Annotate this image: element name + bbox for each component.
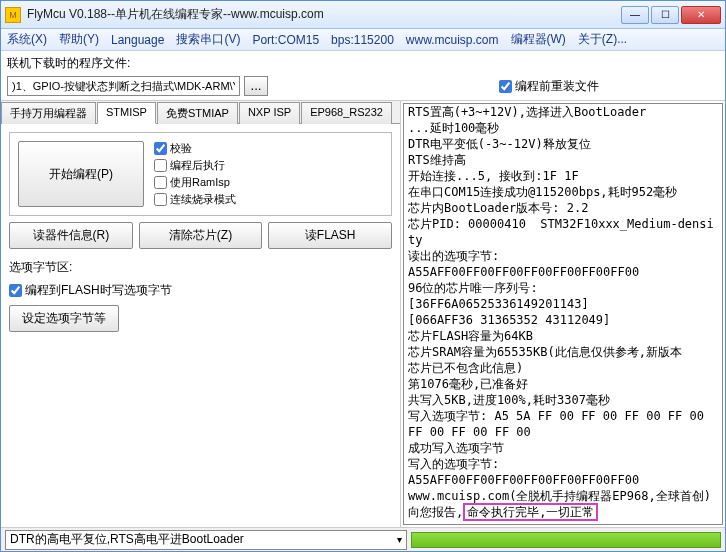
- log-line: 芯片已不包含此信息): [408, 360, 718, 376]
- log-line: ...延时100毫秒: [408, 120, 718, 136]
- log-line: 写入的选项字节:: [408, 456, 718, 472]
- tab-stmisp[interactable]: STMISP: [97, 102, 156, 124]
- write-option-label: 编程到FLASH时写选项字节: [25, 282, 172, 299]
- log-line: DTR电平变低(-3~-12V)释放复位: [408, 136, 718, 152]
- log-line: 共写入5KB,进度100%,耗时3307毫秒: [408, 392, 718, 408]
- log-line: 成功写入选项字节: [408, 440, 718, 456]
- menu-about[interactable]: 关于(Z)...: [578, 31, 627, 48]
- reset-mode-combo[interactable]: DTR的高电平复位,RTS高电平进BootLoader: [5, 530, 407, 550]
- reload-checkbox[interactable]: [499, 80, 512, 93]
- log-line: 第1076毫秒,已准备好: [408, 376, 718, 392]
- cont-mode-checkbox[interactable]: [154, 193, 167, 206]
- log-line: [066AFF36 31365352 43112049]: [408, 312, 718, 328]
- log-line: A55AFF00FF00FF00FF00FF00FF00FF00: [408, 472, 718, 488]
- log-output[interactable]: RTS置高(+3~+12V),选择进入BootLoader...延时100毫秒D…: [403, 103, 723, 525]
- reload-label: 编程前重装文件: [515, 78, 599, 95]
- menu-search-port[interactable]: 搜索串口(V): [176, 31, 240, 48]
- tab-strip: 手持万用编程器 STMISP 免费STMIAP NXP ISP EP968_RS…: [1, 101, 400, 124]
- log-line: 在串口COM15连接成功@115200bps,耗时952毫秒: [408, 184, 718, 200]
- log-line: 96位的芯片唯一序列号:: [408, 280, 718, 296]
- log-line: 芯片FLASH容量为64KB: [408, 328, 718, 344]
- device-info-button[interactable]: 读器件信息(R): [9, 222, 133, 249]
- log-line: 芯片内BootLoader版本号: 2.2: [408, 200, 718, 216]
- verify-label: 校验: [170, 141, 192, 156]
- menu-bps[interactable]: bps:115200: [331, 33, 394, 47]
- menu-programmer[interactable]: 编程器(W): [511, 31, 566, 48]
- erase-chip-button[interactable]: 清除芯片(Z): [139, 222, 263, 249]
- minimize-button[interactable]: —: [621, 6, 649, 24]
- tab-stmiap[interactable]: 免费STMIAP: [157, 102, 238, 124]
- log-line: 芯片SRAM容量为65535KB(此信息仅供参考,新版本: [408, 344, 718, 360]
- ramisp-label: 使用RamIsp: [170, 175, 230, 190]
- log-line: 写入选项字节: A5 5A FF 00 FF 00 FF 00 FF 00 FF…: [408, 408, 718, 440]
- option-section-label: 选项字节区:: [9, 259, 392, 276]
- close-button[interactable]: ✕: [681, 6, 721, 24]
- ramisp-checkbox[interactable]: [154, 176, 167, 189]
- window-title: FlyMcu V0.188--单片机在线编程专家--www.mcuisp.com: [27, 6, 621, 23]
- menu-system[interactable]: 系统(X): [7, 31, 47, 48]
- write-option-checkbox[interactable]: [9, 284, 22, 297]
- run-after-checkbox[interactable]: [154, 159, 167, 172]
- toolbar: 联机下载时的程序文件: ... 编程前重装文件: [1, 51, 725, 101]
- log-line: [36FF6A06525336149201143]: [408, 296, 718, 312]
- log-line: 开始连接...5, 接收到:1F 1F: [408, 168, 718, 184]
- log-highlight: 命令执行完毕,一切正常: [463, 503, 598, 521]
- tab-nxpisp[interactable]: NXP ISP: [239, 102, 300, 124]
- verify-checkbox[interactable]: [154, 142, 167, 155]
- menu-bar: 系统(X) 帮助(Y) Language 搜索串口(V) Port:COM15 …: [1, 29, 725, 51]
- log-line: A55AFF00FF00FF00FF00FF00FF00FF00: [408, 264, 718, 280]
- maximize-button[interactable]: ☐: [651, 6, 679, 24]
- set-option-button[interactable]: 设定选项字节等: [9, 305, 119, 332]
- app-icon: M: [5, 7, 21, 23]
- menu-site[interactable]: www.mcuisp.com: [406, 33, 499, 47]
- log-line: RTS维持高: [408, 152, 718, 168]
- log-line: 读出的选项字节:: [408, 248, 718, 264]
- menu-port[interactable]: Port:COM15: [252, 33, 319, 47]
- log-line: 芯片PID: 00000410 STM32F10xxx_Medium-densi…: [408, 216, 718, 248]
- hex-path-input[interactable]: [7, 76, 240, 96]
- menu-language[interactable]: Language: [111, 33, 164, 47]
- start-program-button[interactable]: 开始编程(P): [18, 141, 144, 207]
- browse-button[interactable]: ...: [244, 76, 268, 96]
- tab-ep968[interactable]: EP968_RS232: [301, 102, 392, 124]
- read-flash-button[interactable]: 读FLASH: [268, 222, 392, 249]
- log-line: www.mcuisp.com(全脱机手持编程器EP968,全球首创)向您报告,命…: [408, 488, 718, 520]
- cont-mode-label: 连续烧录模式: [170, 192, 236, 207]
- tab-handheld[interactable]: 手持万用编程器: [1, 102, 96, 124]
- title-bar: M FlyMcu V0.188--单片机在线编程专家--www.mcuisp.c…: [1, 1, 725, 29]
- hex-label: 联机下载时的程序文件:: [7, 55, 719, 72]
- log-line: RTS置高(+3~+12V),选择进入BootLoader: [408, 104, 718, 120]
- menu-help[interactable]: 帮助(Y): [59, 31, 99, 48]
- progress-bar: [411, 532, 721, 548]
- run-after-label: 编程后执行: [170, 158, 225, 173]
